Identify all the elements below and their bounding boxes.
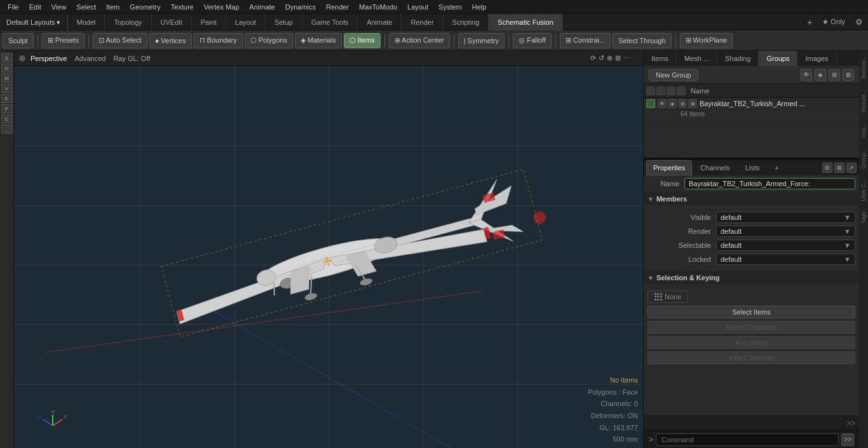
workplane-button[interactable]: ⊞ WorkPlane [680,33,733,48]
pt-tab-channels[interactable]: Channels [693,160,736,175]
viewport[interactable]: Perspective Advanced Ray GL: Off ⟳ ↺ ⊕ ⊞… [14,51,643,448]
items-button[interactable]: ⬡ Items [344,33,381,48]
sel-keying-section-header[interactable]: ▼ Selection & Keying [644,271,859,284]
groups-icon-render[interactable]: ◈ [815,69,826,81]
rp-tab-shading[interactable]: Shading [717,51,759,66]
tab-animate[interactable]: Animate [358,14,402,31]
cmd-expand-icon[interactable]: >> [841,433,854,446]
groups-icon-delete[interactable]: ⊠ [843,69,854,81]
pt-tab-lists[interactable]: Lists [738,160,767,175]
ls-item-3[interactable]: M [1,74,13,83]
tab-model[interactable]: Model [68,14,105,31]
boundary-button[interactable]: ⊓ Boundary [194,33,243,48]
tab-topology[interactable]: Topology [105,14,151,31]
viewport-icon-zoom[interactable]: ⊕ [607,54,613,62]
none-button[interactable]: None [648,290,688,303]
symmetry-button[interactable]: | Symmetry [458,33,505,48]
settings-icon[interactable]: ⚙ [850,17,868,27]
double-arrow-icon[interactable]: >> [845,417,857,429]
col-icon-4[interactable] [677,86,686,95]
rp-tab-items[interactable]: Items [644,51,677,66]
tab-schematic-fusion[interactable]: Schematic Fusion [489,14,562,31]
menu-vertex-map[interactable]: Vertex Map [199,3,245,11]
select-through-button[interactable]: Select Through [613,33,671,48]
ls-item-7[interactable]: C [1,114,13,123]
gi-icon-lock[interactable]: ⊞ [678,99,687,108]
ls-item-5[interactable]: E [1,94,13,103]
viewport-advanced-label[interactable]: Advanced [74,55,105,62]
menu-render[interactable]: Render [321,3,354,11]
tab-render[interactable]: Render [402,14,443,31]
layout-dropdown[interactable]: Default Layouts ▾ [0,14,68,31]
falloff-button[interactable]: ◎ Falloff [513,33,552,48]
tab-uvedit[interactable]: UVEdit [152,14,192,31]
menu-animate[interactable]: Animate [244,3,280,11]
viewport-icon-rotate[interactable]: ⟳ [590,54,596,62]
viewport-icon-frame[interactable]: ⊞ [615,54,621,62]
tab-layout[interactable]: Layout [226,14,266,31]
image-label[interactable]: Ima... [860,118,867,143]
polygons-button[interactable]: ⬡ Polygons [245,33,293,48]
visible-select[interactable]: default ▼ [716,212,855,223]
render-select[interactable]: default ▼ [716,226,855,237]
name-field-value[interactable]: Bayraktar_TB2_Turkish_Armed_Force: [684,178,855,189]
menu-system[interactable]: System [433,3,467,11]
rp-tab-images[interactable]: Images [797,51,836,66]
ls-item-6[interactable]: P [1,104,13,113]
menu-texture[interactable]: Texture [166,3,199,11]
tab-paint[interactable]: Paint [192,14,226,31]
groups-icon-lock[interactable]: ⊞ [829,69,840,81]
menu-layout[interactable]: Layout [402,3,433,11]
group-list-item[interactable]: 👁 ◈ ⊞ ⊠ Bayraktar_TB2_Turkish_Armed ... [644,98,859,110]
col-icon-2[interactable] [656,86,665,95]
plus-layout-button[interactable]: + [802,17,817,27]
viewport-canvas[interactable]: No Items Polygons : Face Channels: 0 Def… [14,66,643,448]
groups-icon-eye[interactable]: 👁 [801,69,812,81]
menu-edit[interactable]: Edit [24,3,46,11]
tab-setup[interactable]: Setup [266,14,302,31]
col-icon-3[interactable] [667,86,675,95]
group-checkbox[interactable] [646,99,655,108]
selectable-select[interactable]: default ▼ [716,240,855,251]
menu-dynamics[interactable]: Dynamics [280,3,321,11]
rp-tab-mesh[interactable]: Mesh ... [677,51,717,66]
menu-file[interactable]: File [3,3,24,11]
gi-icon-vis[interactable]: ⊠ [688,99,697,108]
vertices-button[interactable]: ● Vertices [149,33,192,48]
presets-button[interactable]: ⊞ Presets [42,33,85,48]
locked-select[interactable]: default ▼ [716,254,855,265]
ls-item-1[interactable]: S [1,53,13,62]
gi-icon-eye[interactable]: 👁 [658,99,667,108]
ls-item-4[interactable]: V [1,84,13,93]
viewport-ray-gl-label[interactable]: Ray GL: Off [113,55,150,62]
viewport-perspective-label[interactable]: Perspective [31,55,67,62]
members-section-header[interactable]: ▼ Members [644,193,859,205]
key-channels-button[interactable]: Key Channels [648,351,855,364]
pt-tab-add[interactable]: + [768,160,785,175]
rp-tab-groups[interactable]: Groups [759,51,797,66]
menu-view[interactable]: View [46,3,72,11]
star-only-label[interactable]: ★ Only [817,18,850,26]
menu-select[interactable]: Select [71,3,101,11]
viewport-icon-settings[interactable]: ⋯ [623,54,630,62]
gi-icon-render[interactable]: ◈ [668,99,677,108]
pti-2[interactable]: ⊠ [834,163,844,173]
texture-label-2[interactable]: Texture... [860,85,867,118]
pti-1[interactable]: ⊞ [822,163,832,173]
viewport-icon-undo[interactable]: ↺ [599,54,604,62]
ls-item-8[interactable]: . [1,125,13,133]
texture-label-1[interactable]: Texture... [860,51,867,85]
constraints-button[interactable]: ⊞ Constrai... [560,33,611,48]
auto-select-button[interactable]: ⊡ Auto Select [93,33,147,48]
tab-scripting[interactable]: Scripting [444,14,489,31]
pti-3[interactable]: ↗ [846,163,857,173]
user-c-label[interactable]: User C... [860,173,867,207]
new-group-button[interactable]: New Group [649,69,698,81]
menu-help[interactable]: Help [467,3,492,11]
group-label[interactable]: Group... [860,143,867,174]
materials-button[interactable]: ◈ Materials [295,33,342,48]
command-input[interactable] [656,433,839,446]
key-items-button[interactable]: Key Items [648,336,855,349]
tags-label[interactable]: Tags [860,207,867,229]
action-center-button[interactable]: ⊕ Action Center [389,33,450,48]
